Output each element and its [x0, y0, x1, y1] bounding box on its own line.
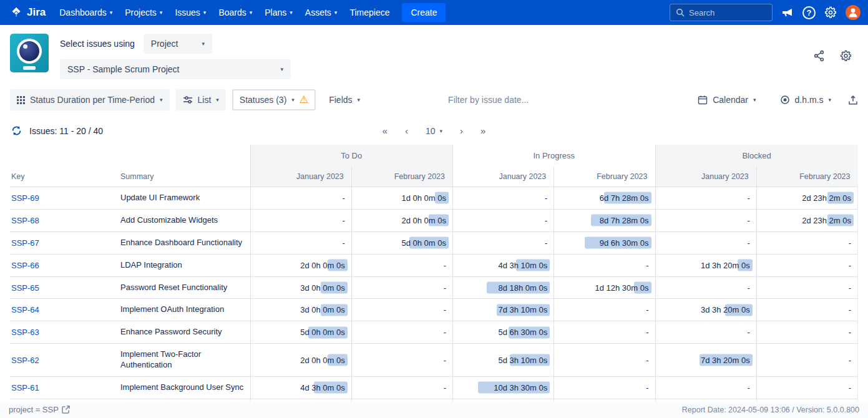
settings-gear-icon[interactable]	[840, 50, 852, 62]
duration-cell: 6d 7h 28m 0s	[554, 187, 655, 210]
issue-key-link[interactable]: SSP-68	[11, 216, 39, 225]
nav-item-boards[interactable]: Boards▾	[212, 2, 258, 23]
month-column-header: January 2023	[655, 167, 756, 187]
duration-value: -	[444, 328, 446, 337]
pagination-prev-button[interactable]: ‹	[405, 125, 408, 136]
duration-cell: -	[655, 231, 756, 254]
nav-item-label: Assets	[305, 7, 331, 17]
time-format-label: d.h.m.s	[795, 95, 824, 105]
nav-item-issues[interactable]: Issues▾	[168, 2, 212, 23]
duration-value: 4d 3h 10m 0s	[498, 261, 547, 270]
issue-key-link[interactable]: SSP-69	[11, 193, 39, 203]
duration-cell: 3d 0h 0m 0s	[250, 299, 351, 321]
issue-key-link[interactable]: SSP-66	[11, 261, 39, 270]
duration-value: 2d 0h 0m 0s	[300, 356, 345, 365]
table-row: SSP-65Password Reset Functionality3d 0h …	[10, 276, 858, 299]
project-dropdown[interactable]: SSP - Sample Scrum Project ▾	[60, 59, 291, 79]
issue-key-link[interactable]: SSP-62	[11, 356, 39, 365]
help-icon[interactable]: ?	[802, 6, 816, 19]
duration-cell: 2d 0h 0m 0s	[250, 344, 351, 377]
nav-item-label: Boards	[218, 7, 246, 17]
pagination-next-button[interactable]: ›	[460, 125, 463, 136]
page-size-value: 10	[426, 126, 436, 136]
issue-source-mode-dropdown[interactable]: Project ▾	[144, 34, 212, 54]
issue-key-link[interactable]: SSP-64	[11, 305, 39, 314]
group-header-spacer	[10, 145, 250, 167]
issue-key-cell: SSP-65	[10, 276, 119, 299]
duration-cell: 7d 3h 10m 0s	[453, 299, 554, 321]
share-icon[interactable]	[813, 50, 825, 62]
gear-icon[interactable]	[824, 6, 837, 19]
view-dropdown[interactable]: List ▾	[176, 89, 226, 110]
duration-value: -	[444, 261, 446, 270]
duration-cell: 4d 3h 0m 0s	[250, 377, 351, 399]
table-row: SSP-68Add Customizable Widgets-2d 0h 0m …	[10, 209, 858, 231]
jql-filter-display[interactable]: project = SSP	[9, 405, 70, 414]
issue-summary: Add Customizable Widgets	[119, 209, 250, 231]
report-type-dropdown[interactable]: Status Duration per Time-Period ▾	[10, 89, 170, 110]
create-button[interactable]: Create	[402, 3, 446, 22]
month-column-header: January 2023	[453, 167, 554, 187]
duration-value: 10d 3h 30m 0s	[494, 383, 547, 392]
month-column-header: January 2023	[250, 167, 351, 187]
jira-brand[interactable]: Jira	[7, 6, 52, 19]
grid-icon	[17, 96, 25, 104]
nav-item-dashboards[interactable]: Dashboards▾	[53, 2, 119, 23]
duration-cell: -	[756, 231, 857, 254]
summary-column-header: Summary	[119, 167, 250, 187]
fields-dropdown[interactable]: Fields ▾	[322, 89, 367, 110]
duration-cell: 9d 6h 30m 0s	[554, 231, 655, 254]
statuses-dropdown[interactable]: Statuses (3) ▾ ⚠	[232, 89, 316, 110]
time-format-icon	[780, 95, 790, 105]
time-format-dropdown[interactable]: d.h.m.s ▾	[773, 89, 838, 110]
duration-value: -	[444, 383, 446, 392]
table-row: SSP-66LDAP Integration2d 0h 0m 0s-4d 3h …	[10, 254, 858, 276]
duration-cell: 5d 0h 0m 0s	[250, 321, 351, 344]
duration-cell: -	[351, 276, 452, 299]
issue-key-cell: SSP-63	[10, 321, 119, 344]
refresh-icon[interactable]	[11, 125, 22, 136]
issue-summary: Password Reset Functionality	[119, 276, 250, 299]
duration-cell: -	[250, 187, 351, 210]
duration-cell: -	[554, 344, 655, 377]
page-size-dropdown[interactable]: 10 ▾	[426, 126, 442, 136]
issue-key-link[interactable]: SSP-61	[11, 383, 39, 392]
duration-value: -	[747, 383, 749, 392]
statuses-label: Statuses (3)	[240, 95, 286, 105]
calendar-dropdown[interactable]: Calendar ▾	[691, 89, 763, 110]
nav-item-timepiece[interactable]: Timepiece	[343, 2, 396, 23]
page-footer: project = SSP Report Date: 2024-05-09 13…	[0, 401, 868, 418]
report-type-label: Status Duration per Time-Period	[30, 95, 155, 105]
issue-key-link[interactable]: SSP-65	[11, 283, 39, 293]
issue-date-filter-input[interactable]	[448, 95, 598, 105]
status-group-header-row: To DoIn ProgressBlocked	[10, 145, 858, 167]
table-row: SSP-62Implement Two-Factor Authenticatio…	[10, 344, 858, 377]
issue-key-cell: SSP-68	[10, 209, 119, 231]
chevron-down-icon: ▾	[334, 9, 338, 16]
issue-key-link[interactable]: SSP-63	[11, 328, 39, 337]
chevron-down-icon: ▾	[290, 9, 293, 16]
export-icon[interactable]	[848, 95, 858, 105]
jira-logo-icon	[10, 6, 23, 19]
duration-value: 1d 0h 0m 0s	[401, 193, 446, 203]
duration-value: -	[849, 383, 851, 392]
nav-item-assets[interactable]: Assets▾	[299, 2, 344, 23]
announcements-icon[interactable]	[781, 7, 794, 18]
pagination-first-button[interactable]: «	[383, 125, 388, 136]
nav-item-plans[interactable]: Plans▾	[258, 2, 299, 23]
duration-value: 5d 3h 10m 0s	[498, 356, 547, 365]
duration-value: -	[849, 238, 851, 248]
pagination-last-button[interactable]: »	[480, 125, 485, 136]
search-input[interactable]	[689, 8, 758, 17]
month-column-header: February 2023	[756, 167, 857, 187]
issue-key-link[interactable]: SSP-67	[11, 238, 39, 248]
issue-key-cell: SSP-61	[10, 377, 119, 399]
duration-cell: -	[351, 254, 452, 276]
nav-item-projects[interactable]: Projects▾	[119, 2, 168, 23]
user-avatar[interactable]	[846, 5, 861, 20]
timepiece-app-icon	[10, 34, 49, 72]
external-link-icon[interactable]	[62, 406, 70, 414]
duration-value: -	[849, 261, 851, 270]
issues-pagination-row: Issues: 11 - 20 / 40 « ‹ 10 ▾ › »	[0, 119, 868, 145]
global-search[interactable]	[670, 4, 773, 21]
